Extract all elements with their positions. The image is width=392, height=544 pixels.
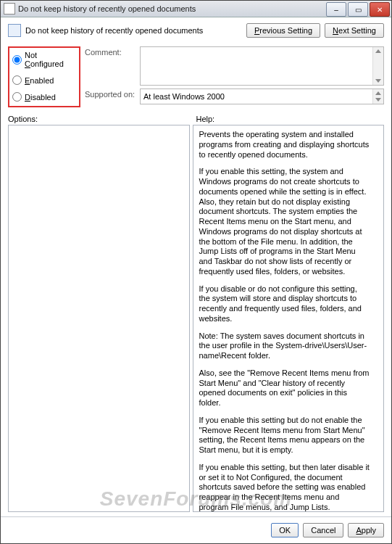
comment-scrollbar[interactable] [372,47,383,85]
supported-label: Supported on: [85,88,135,99]
help-paragraph: Also, see the "Remove Recent Items menu … [199,368,371,408]
radio-disabled-input[interactable] [12,92,22,102]
header: Do not keep history of recently opened d… [1,17,391,44]
help-paragraph: If you enable this setting but do not en… [199,416,371,456]
apply-button[interactable]: Apply [348,523,384,537]
ok-button[interactable]: OK [271,523,299,537]
radio-disabled[interactable]: Disabled [12,92,76,102]
next-setting-button[interactable]: Next Setting [325,23,384,38]
help-pane[interactable]: Prevents the operating system and instal… [193,125,385,512]
help-paragraph: Prevents the operating system and instal… [199,130,371,160]
state-radio-group: Not Configured Enabled Disabled [8,46,80,107]
supported-value: At least Windows 2000 [143,92,225,101]
content-panes: Prevents the operating system and instal… [1,125,391,516]
titlebar: Do not keep history of recently opened d… [1,1,391,17]
comment-textarea[interactable] [140,46,384,86]
radio-not-configured[interactable]: Not Configured [12,51,76,68]
help-paragraph: If you disable or do not configure this … [199,284,371,324]
policy-editor-window: Do not keep history of recently opened d… [0,0,392,544]
maximize-button[interactable]: ▭ [348,2,368,17]
supported-value-box: At least Windows 2000 [140,88,384,104]
radio-enabled-input[interactable] [12,75,22,85]
help-paragraph: If you enable this setting, the system a… [199,167,371,276]
options-pane [8,125,190,512]
previous-setting-button[interactable]: Previous Setting [246,23,320,38]
settings-grid: Not Configured Enabled Disabled Comment:… [1,44,391,112]
window-title: Do not keep history of recently opened d… [18,4,325,13]
help-heading: Help: [196,115,385,123]
window-controls: – ▭ ✕ [325,2,390,15]
supported-scrollbar[interactable] [372,89,383,104]
cancel-button[interactable]: Cancel [303,523,343,537]
radio-enabled[interactable]: Enabled [12,75,76,85]
close-button[interactable]: ✕ [370,2,390,17]
help-paragraph: If you enable this setting, but then lat… [199,463,371,512]
help-paragraph: Note: The system saves document shortcut… [199,331,371,361]
minimize-button[interactable]: – [326,2,346,17]
radio-not-configured-input[interactable] [12,55,22,65]
section-headers: Options: Help: [1,112,391,125]
dialog-footer: OK Cancel Apply [1,516,391,543]
options-heading: Options: [8,115,196,123]
comment-label: Comment: [85,46,135,57]
app-icon [4,3,15,15]
policy-title: Do not keep history of recently opened d… [25,26,246,35]
policy-icon [8,24,21,37]
